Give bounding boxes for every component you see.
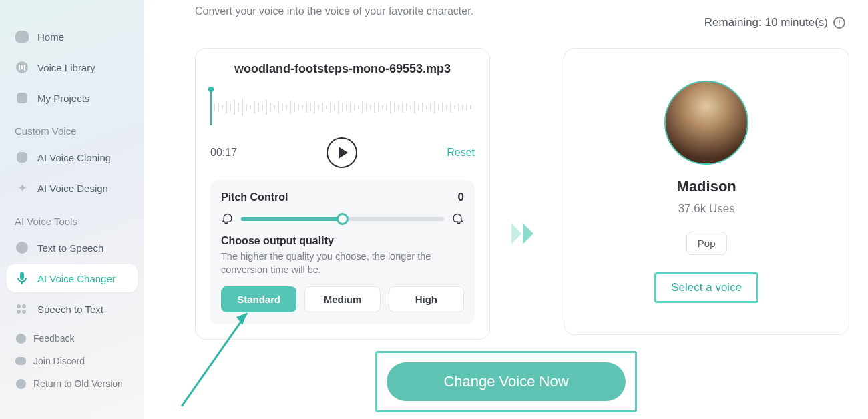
voice-tag: Pop	[686, 232, 727, 255]
pitch-control-value: 0	[458, 191, 464, 204]
sidebar-section-ai-voice-tools: AI Voice Tools	[7, 205, 138, 234]
sidebar-link-discord[interactable]: Join Discord	[7, 351, 138, 371]
quality-option-standard[interactable]: Standard	[221, 286, 296, 312]
projects-icon	[15, 91, 29, 105]
discord-icon	[15, 355, 27, 367]
main: Convert your voice into the voice of you…	[144, 0, 868, 419]
home-icon	[15, 29, 29, 44]
voice-high-icon	[451, 212, 464, 226]
sidebar-item-label: Text to Speech	[37, 242, 103, 254]
sidebar-item-label: Voice Library	[37, 62, 95, 73]
svg-rect-0	[20, 272, 24, 280]
sidebar-item-label: AI Voice Cloning	[37, 152, 111, 163]
voice-avatar	[664, 81, 748, 165]
sidebar-item-ai-voice-design[interactable]: ✦ AI Voice Design	[7, 174, 138, 202]
cta-highlight: Change Voice Now	[375, 351, 637, 412]
pitch-control-label: Pitch Control	[221, 191, 288, 203]
svg-point-5	[22, 310, 26, 314]
select-voice-button[interactable]: Select a voice	[654, 272, 758, 303]
sidebar-item-label: Home	[37, 31, 64, 43]
remaining-label: Remaining: 10 minute(s)	[704, 16, 828, 29]
sidebar-item-label: Speech to Text	[37, 304, 103, 315]
stt-icon	[15, 302, 29, 316]
sidebar-item-ai-voice-changer[interactable]: AI Voice Changer	[7, 264, 138, 292]
design-icon: ✦	[15, 181, 29, 195]
controls-panel: Pitch Control 0 Choose output quality Th…	[210, 180, 475, 324]
tts-icon	[15, 240, 29, 255]
voice-name: Madison	[677, 178, 736, 195]
feedback-icon	[15, 332, 27, 344]
voice-card: Madison 37.6k Uses Pop Select a voice	[564, 48, 849, 335]
sidebar-item-speech-to-text[interactable]: Speech to Text	[7, 295, 138, 323]
arrow-separator-icon	[510, 220, 544, 247]
cloning-icon	[15, 150, 29, 165]
pitch-slider[interactable]	[241, 217, 444, 221]
sidebar-item-text-to-speech[interactable]: Text to Speech	[7, 234, 138, 262]
sidebar-section-custom-voice: Custom Voice	[7, 115, 138, 143]
library-icon	[15, 60, 29, 75]
sidebar-item-label: AI Voice Changer	[37, 273, 116, 284]
sidebar-link-label: Join Discord	[33, 356, 85, 366]
sidebar-item-ai-voice-cloning[interactable]: AI Voice Cloning	[7, 143, 138, 171]
sidebar-link-old-version[interactable]: Return to Old Version	[7, 374, 138, 394]
sidebar-item-label: AI Voice Design	[37, 183, 108, 194]
waveform[interactable]	[210, 89, 475, 131]
quality-option-medium[interactable]: Medium	[304, 286, 380, 312]
svg-point-2	[17, 304, 21, 308]
sidebar-item-home[interactable]: Home	[7, 23, 138, 51]
reset-button[interactable]: Reset	[447, 147, 475, 159]
quality-option-high[interactable]: High	[389, 286, 464, 312]
playhead[interactable]	[210, 89, 212, 125]
quality-options: Standard Medium High	[221, 286, 464, 312]
svg-point-3	[22, 304, 26, 308]
sidebar-item-voice-library[interactable]: Voice Library	[7, 53, 138, 81]
sidebar-link-label: Return to Old Version	[33, 378, 123, 389]
audio-card: woodland-footsteps-mono-69553.mp3 00:17 …	[195, 48, 490, 340]
pitch-slider-thumb[interactable]	[337, 213, 349, 225]
file-name: woodland-footsteps-mono-69553.mp3	[210, 62, 475, 76]
current-time: 00:17	[210, 147, 237, 159]
quality-desc: The higher the quality you choose, the l…	[221, 250, 464, 277]
sidebar-item-my-projects[interactable]: My Projects	[7, 84, 138, 112]
waveform-svg	[210, 89, 476, 125]
voice-low-icon	[221, 212, 234, 226]
sidebar-link-feedback[interactable]: Feedback	[7, 328, 138, 348]
change-voice-button[interactable]: Change Voice Now	[387, 362, 626, 401]
play-icon	[339, 147, 348, 159]
remaining-quota: Remaining: 10 minute(s) !	[704, 16, 845, 29]
svg-point-4	[17, 310, 21, 314]
voice-uses: 37.6k Uses	[678, 202, 735, 216]
sidebar-link-label: Feedback	[33, 333, 74, 344]
info-icon[interactable]: !	[833, 17, 845, 29]
return-icon	[15, 378, 27, 390]
mic-icon	[15, 271, 29, 286]
sidebar-item-label: My Projects	[37, 93, 89, 104]
quality-title: Choose output quality	[221, 235, 464, 247]
play-button[interactable]	[327, 137, 357, 168]
sidebar: Home Voice Library My Projects Custom Vo…	[0, 0, 144, 419]
